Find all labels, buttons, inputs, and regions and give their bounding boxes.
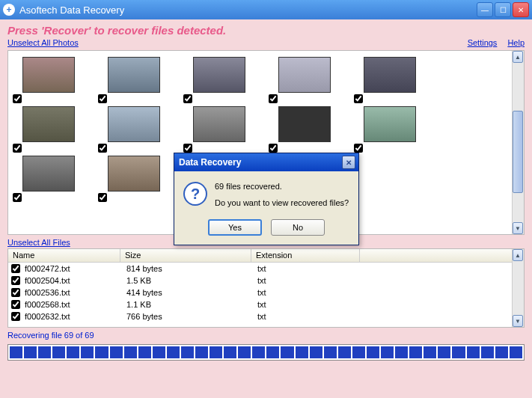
window-titlebar: + Asoftech Data Recovery — ☐ ✕: [0, 0, 532, 19]
photo-item[interactable]: [98, 57, 170, 103]
scroll-up-arrow-icon[interactable]: ▲: [513, 51, 523, 63]
col-header-spacer: [360, 249, 524, 262]
progress-segment: [95, 346, 108, 358]
photo-checkbox[interactable]: [98, 94, 107, 103]
photo-item[interactable]: [13, 57, 85, 103]
file-checkbox[interactable]: [11, 276, 20, 285]
unselect-all-photos-link[interactable]: Unselect All Photos: [7, 38, 79, 47]
file-checkbox[interactable]: [11, 264, 20, 273]
scroll-thumb[interactable]: [513, 111, 523, 193]
photo-item[interactable]: [269, 106, 340, 153]
file-name: f0002568.txt: [23, 300, 126, 309]
progress-segment: [138, 346, 151, 358]
unselect-all-files-link[interactable]: Unselect All Files: [7, 238, 70, 247]
dialog-close-button[interactable]: ✕: [342, 156, 355, 169]
photos-scrollbar[interactable]: ▲ ▼: [512, 51, 524, 234]
minimize-button[interactable]: —: [477, 2, 493, 17]
photo-item[interactable]: [183, 57, 255, 103]
file-size: 766 bytes: [126, 312, 257, 321]
photo-checkbox[interactable]: [354, 144, 363, 153]
col-header-name[interactable]: Name: [8, 249, 120, 262]
file-checkbox[interactable]: [11, 288, 20, 297]
photo-checkbox[interactable]: [183, 94, 192, 103]
file-row[interactable]: f0002472.txt814 bytestxt: [8, 263, 524, 275]
progress-segment: [224, 346, 236, 358]
files-header: Name Size Extension: [8, 249, 524, 263]
photo-item[interactable]: [269, 57, 340, 103]
photo-item[interactable]: [98, 106, 170, 153]
file-name: f0002632.txt: [23, 312, 126, 321]
photo-thumbnail: [278, 106, 331, 142]
progress-segment: [467, 346, 480, 358]
photo-thumbnail: [364, 106, 416, 142]
photo-item[interactable]: [98, 156, 170, 202]
file-row[interactable]: f0002632.txt766 bytestxt: [8, 310, 524, 322]
files-scrollbar[interactable]: ▲ ▼: [512, 249, 524, 327]
question-icon: ?: [183, 182, 207, 206]
photo-item[interactable]: [13, 106, 85, 153]
photo-checkbox[interactable]: [13, 144, 22, 153]
photo-checkbox[interactable]: [183, 144, 192, 153]
yes-button[interactable]: Yes: [208, 219, 262, 236]
photo-thumbnail: [22, 106, 75, 142]
col-header-size[interactable]: Size: [120, 249, 251, 262]
status-text: Recovering file 69 of 69: [7, 331, 525, 340]
photo-thumbnail: [364, 57, 416, 93]
photo-checkbox[interactable]: [98, 193, 107, 202]
photo-checkbox[interactable]: [269, 144, 278, 153]
file-extension: txt: [257, 300, 366, 309]
photo-item[interactable]: [183, 106, 255, 153]
photo-checkbox[interactable]: [354, 94, 363, 103]
col-header-extension[interactable]: Extension: [251, 249, 360, 262]
settings-link[interactable]: Settings: [468, 38, 498, 47]
maximize-button[interactable]: ☐: [495, 2, 511, 17]
photo-checkbox[interactable]: [13, 94, 22, 103]
progress-segment: [252, 346, 265, 358]
progress-segment: [153, 346, 165, 358]
file-extension: txt: [257, 264, 366, 273]
photo-item[interactable]: [13, 156, 85, 202]
progress-segment: [10, 346, 22, 358]
photo-thumbnail: [193, 57, 245, 93]
file-row[interactable]: f0002504.txt1.5 KBtxt: [8, 275, 524, 287]
photo-thumbnail: [108, 156, 160, 192]
progress-segment: [296, 346, 308, 358]
scroll-down-arrow-icon[interactable]: ▼: [513, 222, 523, 234]
file-size: 1.5 KB: [126, 276, 257, 285]
dialog-message-1: 69 files recovered.: [215, 182, 349, 191]
photo-thumbnail: [193, 106, 245, 142]
scroll-down-arrow-icon[interactable]: ▼: [513, 315, 523, 327]
photo-item[interactable]: [354, 57, 426, 103]
progress-segment: [210, 346, 222, 358]
photo-item[interactable]: [354, 106, 426, 153]
progress-segment: [481, 346, 494, 358]
photo-checkbox[interactable]: [98, 144, 107, 153]
file-extension: txt: [257, 288, 366, 297]
file-checkbox[interactable]: [11, 300, 20, 309]
no-button[interactable]: No: [271, 219, 325, 236]
data-recovery-dialog: Data Recovery ✕ ? 69 files recovered. Do…: [174, 153, 359, 245]
photo-thumbnail: [278, 57, 331, 93]
photo-checkbox[interactable]: [13, 193, 22, 202]
progress-segment: [324, 346, 337, 358]
file-name: f0002504.txt: [23, 276, 126, 285]
progress-segment: [381, 346, 394, 358]
progress-segment: [452, 346, 465, 358]
file-checkbox[interactable]: [11, 312, 20, 321]
file-size: 1.1 KB: [126, 300, 257, 309]
file-size: 414 bytes: [126, 288, 257, 297]
file-row[interactable]: f0002536.txt414 bytestxt: [8, 287, 524, 298]
progress-segment: [52, 346, 65, 358]
photo-checkbox[interactable]: [269, 94, 278, 103]
file-row[interactable]: f0002568.txt1.1 KBtxt: [8, 298, 524, 310]
scroll-up-arrow-icon[interactable]: ▲: [513, 249, 523, 261]
progress-segment: [181, 346, 194, 358]
close-button[interactable]: ✕: [513, 2, 529, 17]
progress-segment: [38, 346, 51, 358]
file-name: f0002472.txt: [23, 264, 126, 273]
progress-segment: [67, 346, 79, 358]
photo-thumbnail: [108, 106, 160, 142]
progress-segment: [81, 346, 94, 358]
help-link[interactable]: Help: [507, 38, 525, 47]
progress-segment: [124, 346, 137, 358]
